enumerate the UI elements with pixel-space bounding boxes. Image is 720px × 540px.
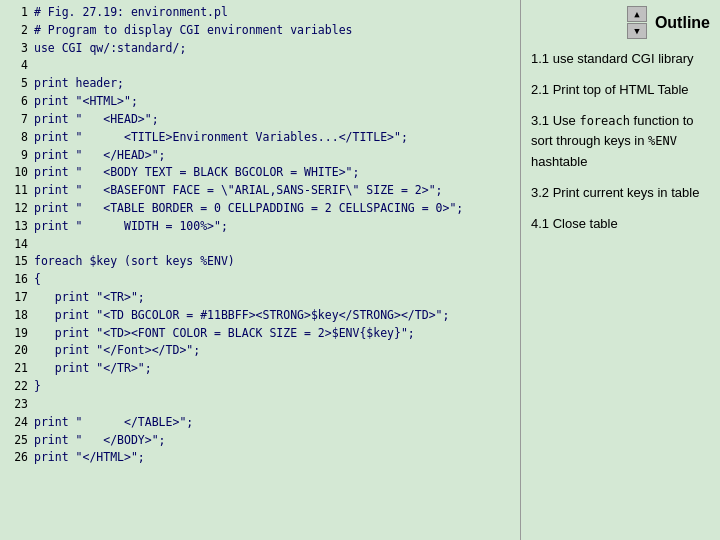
code-line: 24print " </TABLE>"; (6, 414, 514, 432)
line-text: print " <HEAD>"; (34, 111, 159, 129)
code-line: 8print " <TITLE>Environment Variables...… (6, 129, 514, 147)
line-text: print " </BODY>"; (34, 432, 166, 450)
line-text: print " WIDTH = 100%>"; (34, 218, 228, 236)
code-line: 15foreach $key (sort keys %ENV) (6, 253, 514, 271)
line-number: 24 (6, 414, 28, 432)
code-line: 18 print "<TD BGCOLOR = #11BBFF><STRONG>… (6, 307, 514, 325)
line-text: foreach $key (sort keys %ENV) (34, 253, 235, 271)
line-number: 6 (6, 93, 28, 111)
line-text: print "</Font></TD>"; (34, 342, 200, 360)
line-number: 4 (6, 57, 28, 75)
line-text: use CGI qw/:standard/; (34, 40, 186, 58)
code-line: 7print " <HEAD>"; (6, 111, 514, 129)
code-line: 6print "<HTML>"; (6, 93, 514, 111)
code-line: 12print " <TABLE BORDER = 0 CELLPADDING … (6, 200, 514, 218)
line-number: 25 (6, 432, 28, 450)
line-number: 5 (6, 75, 28, 93)
outline-section-s2[interactable]: 2.1 Print top of HTML Table (531, 80, 710, 101)
code-line: 23 (6, 396, 514, 414)
line-number: 21 (6, 360, 28, 378)
outline-header: ▲ ▼ Outline (521, 0, 720, 43)
outline-section-s5[interactable]: 4.1 Close table (531, 214, 710, 235)
outline-section-s4[interactable]: 3.2 Print current keys in table (531, 183, 710, 204)
code-line: 3use CGI qw/:standard/; (6, 40, 514, 58)
code-line: 25print " </BODY>"; (6, 432, 514, 450)
code-line: 20 print "</Font></TD>"; (6, 342, 514, 360)
nav-arrows: ▲ ▼ (627, 6, 647, 39)
code-line: 16{ (6, 271, 514, 289)
line-number: 19 (6, 325, 28, 343)
code-line: 4 (6, 57, 514, 75)
line-number: 9 (6, 147, 28, 165)
line-number: 11 (6, 182, 28, 200)
code-line: 19 print "<TD><FONT COLOR = BLACK SIZE =… (6, 325, 514, 343)
down-arrow-button[interactable]: ▼ (627, 23, 647, 39)
code-line: 5print header; (6, 75, 514, 93)
up-arrow-button[interactable]: ▲ (627, 6, 647, 22)
code-line: 26print "</HTML>"; (6, 449, 514, 467)
outline-section-text: 2.1 Print top of HTML Table (531, 82, 689, 97)
line-text: print " <TABLE BORDER = 0 CELLPADDING = … (34, 200, 463, 218)
line-number: 10 (6, 164, 28, 182)
line-text: print header; (34, 75, 124, 93)
line-text: { (34, 271, 41, 289)
line-text: print "<HTML>"; (34, 93, 138, 111)
outline-section-s1[interactable]: 1.1 use standard CGI library (531, 49, 710, 70)
line-text: print "</HTML>"; (34, 449, 145, 467)
code-line: 17 print "<TR>"; (6, 289, 514, 307)
code-line: 22} (6, 378, 514, 396)
code-line: 14 (6, 236, 514, 254)
code-line: 9print " </HEAD>"; (6, 147, 514, 165)
outline-title: Outline (655, 14, 710, 32)
line-text: print "</TR>"; (34, 360, 152, 378)
line-number: 7 (6, 111, 28, 129)
line-text: print " </TABLE>"; (34, 414, 193, 432)
code-panel: 1# Fig. 27.19: environment.pl2# Program … (0, 0, 520, 540)
line-text: print "<TD><FONT COLOR = BLACK SIZE = 2>… (34, 325, 415, 343)
code-line: 11print " <BASEFONT FACE = \"ARIAL,SANS-… (6, 182, 514, 200)
line-number: 22 (6, 378, 28, 396)
line-number: 26 (6, 449, 28, 467)
line-text: # Program to display CGI environment var… (34, 22, 353, 40)
line-number: 23 (6, 396, 28, 414)
outline-section-text: 1.1 use standard CGI library (531, 51, 694, 66)
line-text: print " <BODY TEXT = BLACK BGCOLOR = WHI… (34, 164, 359, 182)
line-number: 1 (6, 4, 28, 22)
line-number: 14 (6, 236, 28, 254)
line-text: } (34, 378, 41, 396)
outline-section-text: 3.1 Use foreach function to sort through… (531, 113, 694, 170)
code-line: 10print " <BODY TEXT = BLACK BGCOLOR = W… (6, 164, 514, 182)
line-text: print "<TR>"; (34, 289, 145, 307)
line-number: 16 (6, 271, 28, 289)
line-number: 17 (6, 289, 28, 307)
line-number: 15 (6, 253, 28, 271)
line-number: 18 (6, 307, 28, 325)
line-number: 13 (6, 218, 28, 236)
line-number: 20 (6, 342, 28, 360)
outline-content: 1.1 use standard CGI library2.1 Print to… (521, 43, 720, 540)
outline-section-text: 4.1 Close table (531, 216, 618, 231)
line-number: 2 (6, 22, 28, 40)
line-number: 3 (6, 40, 28, 58)
code-line: 2# Program to display CGI environment va… (6, 22, 514, 40)
line-text: print " <BASEFONT FACE = \"ARIAL,SANS-SE… (34, 182, 443, 200)
code-line: 13print " WIDTH = 100%>"; (6, 218, 514, 236)
line-text: print " <TITLE>Environment Variables...<… (34, 129, 408, 147)
line-text: print "<TD BGCOLOR = #11BBFF><STRONG>$ke… (34, 307, 449, 325)
outline-section-text: 3.2 Print current keys in table (531, 185, 699, 200)
outline-section-s3[interactable]: 3.1 Use foreach function to sort through… (531, 111, 710, 173)
code-line: 21 print "</TR>"; (6, 360, 514, 378)
outline-panel: ▲ ▼ Outline 1.1 use standard CGI library… (520, 0, 720, 540)
line-number: 12 (6, 200, 28, 218)
line-text: print " </HEAD>"; (34, 147, 166, 165)
code-line: 1# Fig. 27.19: environment.pl (6, 4, 514, 22)
line-text: # Fig. 27.19: environment.pl (34, 4, 228, 22)
line-number: 8 (6, 129, 28, 147)
